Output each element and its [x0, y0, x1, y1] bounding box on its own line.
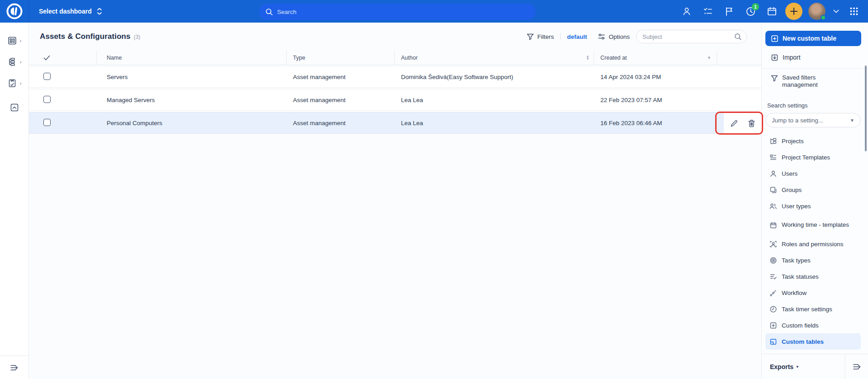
avatar-menu-chevron-icon[interactable]: [831, 4, 840, 19]
column-header-author[interactable]: Author ▲▼: [395, 51, 594, 65]
easy-software-logo-icon: [6, 3, 23, 19]
plus-square-icon: [769, 321, 777, 329]
cell-created-at: 22 Feb 2023 07:57 AM: [594, 97, 717, 103]
column-header-actions: [717, 51, 761, 65]
column-header-label: Type: [293, 55, 305, 61]
scrollbar-thumb[interactable]: [865, 66, 867, 151]
setting-item-projects[interactable]: Projects: [765, 133, 861, 149]
new-custom-table-button[interactable]: New custom table: [765, 31, 861, 46]
global-search[interactable]: [259, 4, 536, 20]
saved-filters-button[interactable]: Saved filters management: [765, 74, 861, 89]
column-menu-caret-icon[interactable]: ▼: [707, 56, 711, 60]
overlapping-squares-icon: [769, 186, 777, 194]
cell-name[interactable]: Personal Computers: [97, 120, 287, 126]
table-toolbar: Filters default Options: [527, 30, 747, 43]
setting-item-label: Custom tables: [782, 338, 824, 345]
setting-item-task-types[interactable]: Task types: [765, 252, 861, 268]
table-header-row: Name Type Author ▲▼ Created at ▼: [29, 51, 761, 65]
filters-button[interactable]: Filters: [527, 33, 554, 40]
row-actions-panel: [724, 112, 762, 134]
online-status-dot: [821, 15, 826, 20]
options-button[interactable]: Options: [598, 33, 630, 40]
dashboard-selector[interactable]: Select dashboard: [39, 7, 103, 15]
notification-badge: 1: [752, 3, 759, 10]
delete-button[interactable]: [745, 117, 758, 130]
time-tracking-clock-icon[interactable]: 1: [743, 4, 758, 19]
import-button[interactable]: Import: [765, 51, 861, 64]
column-header-created-at[interactable]: Created at ▼: [594, 51, 717, 65]
setting-item-working-time-templates[interactable]: Working time - templates: [765, 214, 861, 236]
sidebar-item-dashboards[interactable]: ›: [0, 30, 28, 51]
table-row[interactable]: Servers Asset management Dominika Šedivá…: [29, 66, 761, 88]
trash-icon: [748, 119, 755, 127]
cell-name[interactable]: Servers: [97, 74, 287, 80]
apps-grid-icon[interactable]: [846, 4, 862, 19]
setting-item-label: Workflow: [782, 290, 807, 296]
calendar-icon[interactable]: [764, 4, 779, 19]
caret-down-icon: ▼: [850, 118, 854, 123]
sidebar-item-projects-tree[interactable]: ›: [0, 51, 28, 72]
toolbar-divider: [560, 33, 561, 40]
setting-item-roles-permissions[interactable]: Roles and permissions: [765, 236, 861, 252]
column-header-type[interactable]: Type: [287, 51, 395, 65]
collapse-right-sidebar-button[interactable]: [845, 354, 868, 379]
table-row-highlighted[interactable]: Personal Computers Asset management Lea …: [29, 112, 761, 134]
setting-item-user-types[interactable]: User types: [765, 198, 861, 214]
setting-item-task-timer[interactable]: Task timer settings: [765, 301, 861, 317]
row-checkbox[interactable]: [43, 73, 51, 80]
user-brackets-icon: [769, 240, 777, 248]
setting-item-users[interactable]: Users: [765, 165, 861, 182]
pencil-icon: [730, 119, 738, 127]
expand-arrow-icon: [852, 363, 862, 371]
target-icon: [769, 256, 777, 264]
subject-search-input[interactable]: [642, 33, 731, 40]
setting-item-workflow[interactable]: Workflow: [765, 285, 861, 301]
square-chevron-up-icon: [9, 103, 19, 112]
record-count: (3): [134, 34, 141, 40]
sidebar-item-tasks[interactable]: ›: [0, 72, 28, 94]
expand-left-sidebar-button[interactable]: [0, 356, 29, 379]
exports-button[interactable]: Exports ▾: [762, 354, 845, 379]
cell-name[interactable]: Managed Servers: [97, 97, 287, 103]
table-row[interactable]: Managed Servers Asset management Lea Lea…: [29, 89, 761, 111]
setting-item-project-templates[interactable]: Project Templates: [765, 149, 861, 165]
search-icon: [265, 8, 273, 16]
options-label: Options: [609, 33, 630, 40]
jump-to-setting-select[interactable]: Jump to a setting... ▼: [765, 113, 861, 127]
cell-author: Lea Lea: [395, 97, 594, 103]
unfold-chevrons-icon: [96, 7, 103, 15]
tasks-checklist-icon[interactable]: [700, 4, 716, 19]
right-sidebar: New custom table Import Saved filters ma…: [761, 23, 868, 379]
column-header-name[interactable]: Name: [97, 51, 287, 65]
user-avatar[interactable]: [808, 3, 826, 20]
setting-item-task-statuses[interactable]: Task statuses: [765, 268, 861, 285]
app-logo[interactable]: [0, 0, 29, 23]
workflow-nodes-icon: [769, 289, 777, 297]
user-profile-icon[interactable]: [679, 4, 694, 19]
row-checkbox[interactable]: [43, 119, 51, 126]
setting-item-label: Roles and permissions: [782, 241, 844, 248]
edit-button[interactable]: [728, 117, 741, 130]
row-checkbox[interactable]: [43, 96, 51, 103]
cell-type: Asset management: [287, 120, 395, 126]
setting-item-custom-tables[interactable]: Custom tables: [765, 333, 861, 350]
column-header-label: Author: [401, 55, 418, 61]
quick-add-button[interactable]: [785, 3, 802, 20]
global-search-input[interactable]: [277, 9, 529, 15]
setting-item-label: Users: [782, 170, 797, 177]
application-window: Select dashboard: [0, 0, 868, 379]
sort-arrows-icon[interactable]: ▲▼: [586, 55, 590, 61]
new-custom-table-label: New custom table: [783, 35, 836, 42]
chevron-right-icon: ›: [20, 38, 22, 43]
setting-item-label: Working time - templates: [782, 221, 849, 229]
default-filter-link[interactable]: default: [567, 33, 587, 40]
sidebar-item-collapse-section[interactable]: [0, 97, 28, 118]
topbar-icon-group: 1: [679, 0, 862, 23]
setting-item-label: User types: [782, 203, 811, 210]
subject-search-field[interactable]: [636, 30, 747, 43]
setting-item-custom-fields[interactable]: Custom fields: [765, 317, 861, 333]
flag-icon[interactable]: [722, 4, 737, 19]
select-all-column-header[interactable]: [29, 51, 97, 65]
import-icon: [771, 54, 778, 61]
setting-item-groups[interactable]: Groups: [765, 182, 861, 198]
